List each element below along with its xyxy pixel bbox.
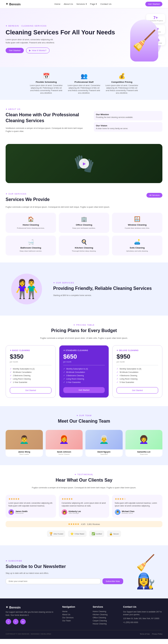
nav-cta-button[interactable]: Get Started (145, 2, 162, 6)
pricing-basic-period: per month (10, 361, 52, 363)
about-description: Vestibulum commodo a semper sit et tempu… (6, 127, 88, 133)
reviews-count: 3,861 Reviews (87, 523, 100, 525)
premium-icon: ⭐ (70, 532, 74, 535)
home-cleaning-name: Home Cleaning (9, 224, 53, 226)
footer-nav-services[interactable]: Our Services (62, 617, 88, 619)
pricing-standard-tag: ✦ Standard Cleaning (63, 349, 105, 352)
footer-services-title: Services (93, 605, 119, 608)
services-title: Services We Provide (6, 197, 146, 203)
testimonial-2-text: Consectetur adipiscing elit. Lorem ipsum… (62, 502, 106, 507)
play-icon: ▶ (83, 161, 86, 166)
pricing-basic-divider (10, 365, 52, 365)
nav-about[interactable]: About Us (64, 3, 73, 5)
terms-link[interactable]: Terms of Use (140, 633, 150, 635)
check-icon: ✓ (63, 378, 65, 380)
pricing-deluxe-cta[interactable]: Get Started (116, 387, 158, 394)
check-icon: ✓ (116, 371, 118, 373)
pricing-standard-cta[interactable]: Get Started (63, 387, 105, 393)
subscribe-button[interactable]: Subscribe Now (102, 578, 123, 584)
scheduling-icon: 📅 (29, 73, 63, 79)
team-member-4: 👩‍🦱 Samantha Lee Supervisor (125, 430, 163, 457)
newsletter-text: ✦ Subscribe Subscribe to Our Newsletter … (6, 560, 123, 584)
privacy-link[interactable]: Privacy Policy (152, 633, 162, 635)
footer-nav-title: Navigation (62, 605, 88, 608)
kitchen-cleaning-desc: Thorough kitchen deep cleaning. (62, 250, 106, 252)
footer-nav-team[interactable]: Our Team (62, 620, 88, 622)
linkedin-icon[interactable]: in (20, 619, 26, 624)
footer-service-4[interactable]: Carpet Cleaning (93, 620, 119, 622)
about-right: Our Mission Providing the best cleaning … (94, 108, 162, 132)
video-overlay: ▶ (6, 144, 162, 183)
testimonial-1-author: 👨 James Smith Homeowner (8, 509, 53, 515)
check-icon: ✓ (116, 381, 118, 383)
check-icon: ✓ (10, 374, 12, 377)
providing-people-figure: 👫 (15, 278, 38, 300)
footer-nav-about[interactable]: About Us (62, 614, 88, 615)
features-section: 📅 Flexible Scheduling Lorem ipsum dolor … (0, 67, 168, 100)
check-icon: ✓ (10, 378, 12, 380)
author-avatar-3: 👨‍💼 (115, 509, 120, 515)
footer-contact-desc: Our Support and Sales team is available … (123, 610, 162, 616)
sofa-cleaning-icon: 🛋️ (115, 239, 159, 245)
testimonial-2: ★★★★★ Consectetur adipiscing elit. Lorem… (59, 495, 109, 518)
feature-pricing-title: Competitive Pricing (105, 81, 139, 83)
services-left: ✦ Our Services Services We Provide Fugit… (6, 193, 146, 209)
pricing-basic-price: $350 (10, 353, 52, 360)
testimonial-3-text: Nulla quam velit vulputate euismod maxim… (115, 502, 160, 507)
office-cleaning-name: Office Cleaning (62, 224, 106, 226)
facebook-icon[interactable]: f (6, 619, 11, 624)
all-services-button[interactable]: All Services (146, 193, 162, 198)
providing-subtitle: Starting at $99 for a complete home serv… (53, 294, 162, 296)
pricing-card-deluxe: ✦ Deluxe Cleaning $950 per month ✓Monthl… (112, 345, 162, 398)
nav-page[interactable]: Page ▾ (90, 3, 97, 5)
footer-nav-home[interactable]: Home (62, 610, 88, 612)
pricing-standard-f5: ✓2-Year Guarantee (63, 381, 105, 383)
team-photo-4: 👩‍🦱 (125, 430, 163, 449)
about-section: ✦ About Us Clean Home with Our Professio… (0, 100, 168, 141)
author-name-2: Kimberly Lee (69, 510, 81, 512)
feature-staff-desc: Lorem ipsum dolor sit amet. Consectetur … (67, 84, 101, 94)
window-cleaning-name: Window Cleaning (115, 224, 159, 226)
twitter-icon[interactable]: t (13, 619, 18, 624)
secure-icon: 🔒 (109, 532, 113, 535)
hero-get-started-button[interactable]: Get Started (6, 48, 24, 53)
logo[interactable]: ✦ Beresin (6, 2, 20, 6)
pricing-title: Pricing Plans for Every Budget (6, 328, 162, 334)
about-vision-desc: A clean home for every family we serve. (96, 127, 160, 129)
hero-title: Cleaning Services For All Your Needs (6, 29, 126, 36)
footer-service-2[interactable]: Kitchen Cleaning (93, 614, 119, 615)
badge-certified: ✅ Certified (89, 531, 104, 537)
footer-service-1[interactable]: Home Cleaning (93, 610, 119, 612)
footer-nav-col: Navigation Home About Us Our Services Ou… (62, 605, 88, 626)
footer: ✦ Beresin Our support and team offer you… (0, 598, 168, 639)
footer-bottom-links: Terms of Use Privacy Policy (140, 633, 162, 635)
testimonial-3-stars: ★★★★☆ (115, 498, 160, 500)
services-grid: 🏠 Home Cleaning Professional home cleani… (6, 213, 162, 255)
team-section: ✦ Our Team Meet Our Cleaning Team 👨‍🦱 Ja… (0, 406, 168, 465)
newsletter-email-input[interactable] (6, 578, 101, 584)
office-cleaning-desc: Keep your workspace spotless. (62, 227, 106, 229)
pricing-card-basic: ✦ Basic Cleaning $350 per month ✓Monthly… (6, 345, 56, 398)
author-info-2: Kimberly Lee Office Manager (69, 510, 81, 514)
feature-pricing: 💰 Competitive Pricing Lorem ipsum dolor … (105, 73, 139, 94)
footer-contact-phone: +1 (555) 000-0000 (123, 621, 162, 624)
author-role-3: Business Owner (122, 512, 134, 514)
footer-contact-col: Contact Us Our Support and Sales team is… (123, 605, 162, 626)
pricing-standard-price: $650 (63, 353, 105, 360)
stat-projects-number: 7+ (148, 15, 163, 20)
nav-home[interactable]: Home (54, 3, 60, 5)
pricing-basic-cta[interactable]: Get Started (10, 387, 52, 394)
footer-service-5[interactable]: House Cleaning (93, 623, 119, 625)
logo-text: Beresin (9, 3, 20, 6)
video-section: 🧤 ▶ (6, 144, 162, 183)
nav-contact[interactable]: Contact Us (100, 3, 111, 5)
team-role-2: Senior Cleaner (46, 453, 83, 457)
nav-services[interactable]: Services ▾ (76, 3, 87, 5)
footer-service-3[interactable]: Office Cleaning (93, 617, 119, 619)
hero-how-it-works-button[interactable]: ▶ How It Works? (26, 48, 50, 53)
pricing-basic-tag: ✦ Basic Cleaning (10, 349, 52, 352)
service-card-kitchen: 🍳 Kitchen Cleaning Thorough kitchen deep… (59, 236, 109, 255)
home-cleaning-desc: Professional home cleaning services. (9, 227, 53, 229)
testimonial-1-stars: ★★★★★ (8, 498, 53, 500)
play-button[interactable]: ▶ (79, 158, 89, 169)
